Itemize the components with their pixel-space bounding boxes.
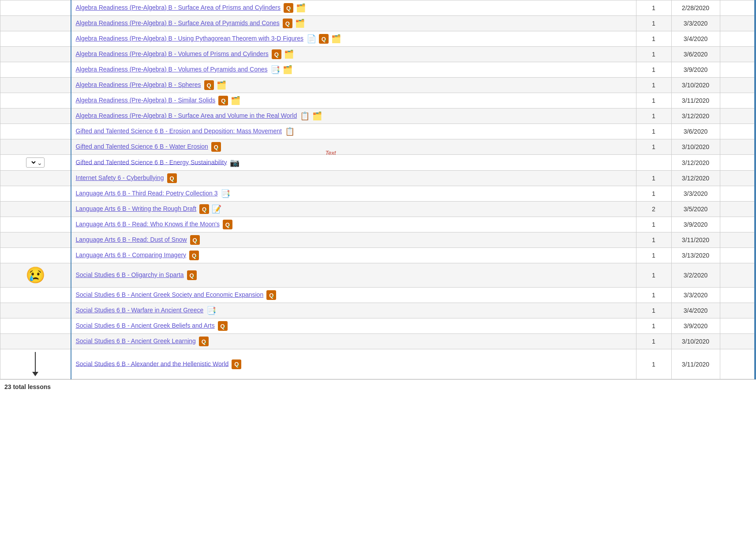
assignment-link[interactable]: Algebra Readiness (Pre-Algebra) B - Surf… [76,4,281,11]
quiz-icon: Q✓ [187,270,197,280]
points-cell: 1 [636,0,671,16]
points-cell: 1 [636,349,671,379]
icon-area: Q✓ [221,220,232,229]
due-date-cell: 3/4/2020 [671,31,720,47]
icon-area: Q✓ [230,359,241,369]
points-cell: 1 [636,47,671,62]
assignment-link[interactable]: Algebra Readiness (Pre-Algebra) B - Simi… [76,97,216,104]
due-date-cell: 3/6/2020 [671,47,720,62]
grade-select[interactable] [28,159,37,166]
due-date-cell: 3/13/2020 [671,248,720,263]
crying-emoji: 😢 [5,266,66,284]
assignment-link[interactable]: Social Studies 6 B - Alexander and the H… [76,360,229,367]
table-row: Social Studies 6 B - Ancient Greek Belie… [0,318,756,334]
icon-area: Q✓ [265,290,276,300]
assignment-link[interactable]: Algebra Readiness (Pre-Algebra) B - Volu… [76,50,269,57]
table-row: ⌄TextGifted and Talented Science 6 B - E… [0,155,756,171]
title-cell: Algebra Readiness (Pre-Algebra) B - Volu… [71,62,636,78]
table-row: Algebra Readiness (Pre-Algebra) B - Surf… [0,16,756,31]
table-row: Algebra Readiness (Pre-Algebra) B - Simi… [0,93,756,109]
assignment-icon: 🗂️ [231,96,240,105]
assignment-link[interactable]: Algebra Readiness (Pre-Algebra) B - Usin… [76,35,303,42]
assignment-link[interactable]: Language Arts 6 B - Comparing Imagery [76,251,187,258]
empty-last-col [720,47,755,62]
assignment-link[interactable]: Language Arts 6 B - Read: Dust of Snow [76,236,187,243]
icon-area: Q✓🗂️ [282,3,306,13]
empty-last-col [720,349,755,379]
due-date-cell: 3/6/2020 [671,124,720,139]
due-date-cell: 3/10/2020 [671,78,720,93]
quiz-icon: Q✓ [284,3,293,13]
assignment-link[interactable]: Algebra Readiness (Pre-Algebra) B - Surf… [76,19,280,26]
title-cell: Language Arts 6 B - Read: Who Knows if t… [71,217,636,232]
title-cell: Social Studies 6 B - Alexander and the H… [71,349,636,379]
table-row: Language Arts 6 B - Third Read: Poetry C… [0,186,756,202]
empty-last-col [720,171,755,186]
assignment-link[interactable]: Language Arts 6 B - Writing the Rough Dr… [76,205,197,212]
empty-last-col [720,334,755,349]
first-col-cell [0,16,71,31]
quiz-icon: Q✓ [204,80,214,90]
icon-area: 📄Q✓🗂️ [305,34,341,44]
title-cell: Internet Safety 6 - CyberbullyingQ✓ [71,171,636,186]
assignment-link[interactable]: Algebra Readiness (Pre-Algebra) B - Surf… [76,112,297,119]
table-row: Language Arts 6 B - Writing the Rough Dr… [0,202,756,217]
empty-last-col [720,139,755,155]
assignment-icon: 🗂️ [331,34,341,44]
assignment-link[interactable]: Gifted and Talented Science 6 B - Water … [76,143,208,150]
empty-last-col [720,62,755,78]
due-date-cell: 3/9/2020 [671,217,720,232]
assignment-link[interactable]: Language Arts 6 B - Read: Who Knows if t… [76,221,220,228]
quiz-icon: Q✓ [266,290,276,300]
assignment-link[interactable]: Algebra Readiness (Pre-Algebra) B - Volu… [76,66,268,73]
icon-area: 📑 [205,306,216,315]
text-annotation: Text [326,150,336,156]
empty-last-col [720,217,755,232]
assignment-link[interactable]: Gifted and Talented Science 6 B - Energy… [76,158,227,165]
first-col-cell [0,349,71,379]
select-wrapper[interactable]: ⌄ [26,157,45,168]
points-cell: 1 [636,139,671,155]
table-row: Language Arts 6 B - Read: Dust of SnowQ✓… [0,232,756,248]
first-col-cell [0,78,71,93]
first-col-cell [0,217,71,232]
page2-icon: 📝 [212,204,221,214]
empty-last-col [720,288,755,303]
points-cell: 1 [636,232,671,248]
assignment-link[interactable]: Gifted and Talented Science 6 B - Erosio… [76,127,282,135]
empty-last-col [720,93,755,109]
icon-area: Q✓ [210,142,221,152]
quiz-icon: Q✓ [218,321,228,331]
assignment-link[interactable]: Social Studies 6 B - Ancient Greek Belie… [76,322,215,329]
points-cell: 2 [636,202,671,217]
assignment-link[interactable]: Internet Safety 6 - Cyberbullying [76,174,164,181]
due-date-cell: 3/5/2020 [671,202,720,217]
assignment-link[interactable]: Language Arts 6 B - Third Read: Poetry C… [76,190,218,197]
title-cell: Social Studies 6 B - Ancient Greek Belie… [71,318,636,334]
first-col-cell [0,124,71,139]
assignment-link[interactable]: Social Studies 6 B - Oligarchy in Sparta [76,271,184,278]
first-col-cell [0,31,71,47]
assignment-link[interactable]: Social Studies 6 B - Warfare in Ancient … [76,307,204,314]
first-col-cell [0,62,71,78]
assignment-link[interactable]: Algebra Readiness (Pre-Algebra) B - Sphe… [76,81,201,88]
title-cell: Gifted and Talented Science 6 B - Water … [71,139,636,155]
table-row: Language Arts 6 B - Read: Who Knows if t… [0,217,756,232]
table-row: Algebra Readiness (Pre-Algebra) B - Sphe… [0,78,756,93]
icon-area: 📷 [228,158,240,168]
first-col-cell [0,318,71,334]
icon-area: Q✓ [166,173,177,183]
points-cell: 1 [636,78,671,93]
first-col-cell [0,47,71,62]
empty-last-col [720,248,755,263]
assignment-link[interactable]: Social Studies 6 B - Ancient Greek Socie… [76,291,264,298]
table-row: Algebra Readiness (Pre-Algebra) B - Volu… [0,47,756,62]
document2-icon: 📑 [270,65,280,75]
quiz-icon: Q✓ [167,173,177,183]
icon-area: 📋🗂️ [299,111,322,121]
title-cell: Social Studies 6 B - Oligarchy in Sparta… [71,263,636,288]
assignment-link[interactable]: Social Studies 6 B - Ancient Greek Learn… [76,337,196,344]
points-cell: 1 [636,186,671,202]
icon-area: Q✓ [188,251,199,260]
title-cell: Language Arts 6 B - Read: Dust of SnowQ✓ [71,232,636,248]
